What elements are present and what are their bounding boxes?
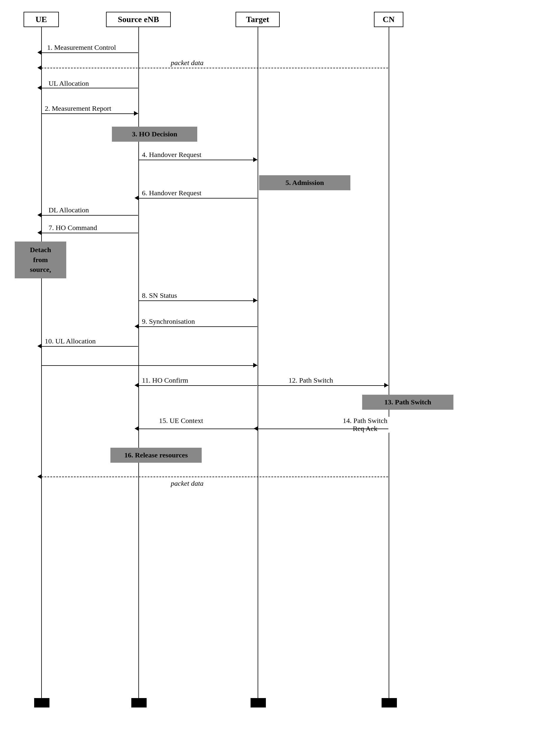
arrowhead-10: [37, 344, 41, 348]
box-5: 5. Admission: [259, 175, 350, 190]
label-9: 9. Synchronisation: [142, 317, 195, 325]
arrow-10: [41, 346, 138, 347]
arrow-pkt2: [41, 476, 388, 477]
lifeline-end-source: [131, 698, 147, 708]
arrow-ul1: [41, 88, 138, 88]
label-15: 15. UE Context: [159, 417, 203, 425]
arrow-ue-target: [41, 365, 257, 366]
lifeline-target: [257, 26, 258, 707]
arrowhead-11: [135, 383, 139, 388]
entity-ue: UE: [24, 12, 59, 27]
arrowhead-ul1: [37, 86, 41, 90]
box-16: 16. Release resources: [111, 448, 202, 463]
label-7: 7. HO Command: [48, 224, 97, 232]
lifeline-ue: [41, 26, 42, 707]
arrowhead-7: [37, 230, 41, 235]
arrow-12: [258, 385, 388, 386]
arrowhead-12: [384, 383, 388, 388]
arrow-4: [139, 160, 257, 160]
arrow-6: [139, 198, 257, 198]
label-10: 10. UL Allocation: [45, 337, 96, 345]
label-6: 6. Handover Request: [142, 189, 201, 197]
label-14: 14. Path SwitchReq Ack: [336, 417, 394, 433]
arrow-9: [139, 326, 257, 327]
entity-target: Target: [235, 12, 280, 27]
label-4: 4. Handover Request: [142, 151, 201, 159]
label-dl: DL Allocation: [48, 206, 89, 214]
arrow-8: [139, 300, 257, 301]
arrowhead-dl: [37, 213, 41, 217]
arrow-1: [41, 52, 138, 53]
arrow-15: [139, 429, 388, 429]
label-2: 2. Measurement Report: [45, 105, 111, 113]
entity-source: Source eNB: [106, 12, 171, 27]
label-pkt1: packet data: [171, 59, 203, 67]
lifeline-cn: [389, 26, 389, 707]
arrow-dl: [41, 215, 138, 215]
arrow-7: [41, 233, 138, 233]
lifeline-end-cn: [382, 698, 397, 708]
arrow-pkt1: [41, 68, 388, 68]
arrowhead-8: [253, 298, 257, 303]
arrowhead-9: [135, 324, 139, 329]
box-3: 3. HO Decision: [112, 127, 197, 142]
label-ul1: UL Allocation: [48, 80, 89, 88]
arrowhead-15: [135, 426, 139, 431]
entity-cn: CN: [374, 12, 403, 27]
arrowhead-6: [135, 195, 139, 200]
box-detach: Detachfromsource,: [15, 242, 66, 278]
label-12: 12. Path Switch: [289, 377, 333, 385]
label-pkt2: packet data: [171, 479, 203, 487]
lifeline-end-target: [250, 698, 266, 708]
arrow-11: [139, 385, 257, 386]
label-11: 11. HO Confirm: [142, 377, 188, 385]
arrowhead-2: [134, 111, 138, 116]
label-8: 8. SN Status: [142, 292, 177, 300]
arrowhead-4: [253, 157, 257, 162]
arrow-2: [41, 113, 138, 114]
arrowhead-pkt1: [37, 65, 41, 70]
arrowhead-ue-target: [253, 363, 257, 367]
lifeline-end-ue: [34, 698, 49, 708]
arrowhead-pkt2: [37, 474, 41, 479]
arrowhead-1: [37, 50, 41, 55]
sequence-diagram: UE Source eNB Target CN 1. Measurement C…: [0, 0, 560, 739]
box-13: 13. Path Switch: [362, 395, 453, 410]
label-1: 1. Measurement Control: [47, 43, 116, 51]
